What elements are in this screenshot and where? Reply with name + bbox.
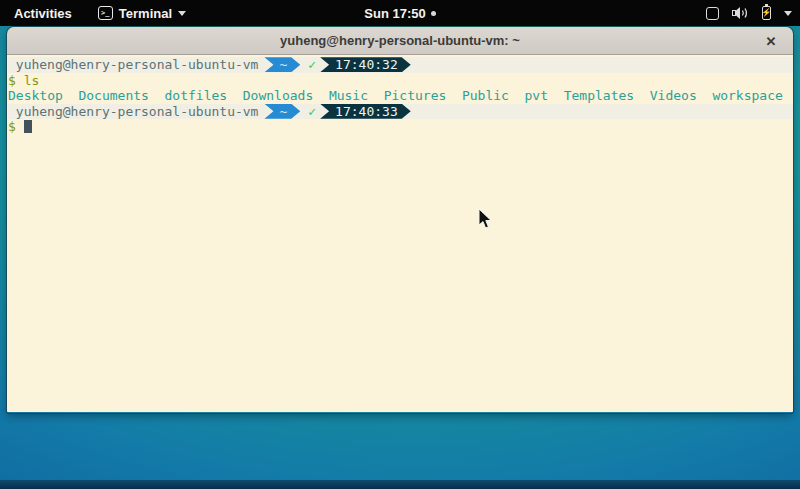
status-check-icon: ✓ — [308, 104, 316, 120]
chevron-down-icon — [784, 11, 792, 16]
status-check-icon: ✓ — [308, 57, 316, 73]
window-titlebar[interactable]: yuheng@henry-personal-ubuntu-vm: ~ ✕ — [7, 27, 793, 55]
user-host-text: yuheng@henry-personal-ubuntu-vm — [8, 57, 258, 73]
shell-prompt: $ — [8, 119, 16, 135]
cwd-segment: ~ — [264, 104, 300, 119]
clock-label: Sun 17:50 — [364, 6, 425, 21]
wallpaper-bottom-shade — [0, 480, 800, 489]
activities-button[interactable]: Activities — [10, 6, 76, 21]
close-button[interactable]: ✕ — [759, 27, 783, 55]
window-title: yuheng@henry-personal-ubuntu-vm: ~ — [280, 33, 520, 48]
ls-output-line: Desktop Documents dotfiles Downloads Mus… — [8, 88, 793, 104]
directory-name: Music — [329, 88, 368, 104]
volume-icon — [732, 6, 749, 20]
terminal-window: yuheng@henry-personal-ubuntu-vm: ~ ✕ yuh… — [7, 27, 793, 413]
battery-charging-icon: ⚡ — [762, 6, 771, 20]
directory-name: dotfiles — [165, 88, 228, 104]
cwd-segment: ~ — [264, 57, 300, 72]
text-cursor — [24, 120, 32, 133]
terminal-icon: >_ — [98, 6, 113, 20]
screen-icon — [706, 7, 719, 20]
terminal-content[interactable]: yuheng@henry-personal-ubuntu-vm ~ ✓ 17:4… — [7, 55, 793, 412]
chevron-down-icon — [178, 11, 186, 16]
time-segment: 17:40:32 — [320, 57, 411, 72]
command-text: ls — [24, 73, 40, 89]
directory-name: workspace — [712, 88, 782, 104]
user-host-text: yuheng@henry-personal-ubuntu-vm — [8, 104, 258, 120]
notification-dot-icon — [431, 11, 436, 16]
system-tray-menu[interactable]: ⚡ — [706, 0, 792, 26]
command-line: $ ls — [8, 73, 793, 89]
shell-prompt: $ — [8, 73, 16, 89]
directory-name: pvt — [525, 88, 548, 104]
current-input-line[interactable]: $ — [8, 119, 793, 135]
prompt-line-2: yuheng@henry-personal-ubuntu-vm ~ ✓ 17:4… — [8, 104, 793, 120]
top-bar: Activities >_ Terminal Sun 17:50 ⚡ — [0, 0, 800, 26]
directory-name: Templates — [564, 88, 634, 104]
time-segment: 17:40:33 — [320, 104, 411, 119]
directory-name: Pictures — [384, 88, 447, 104]
directory-name: Public — [462, 88, 509, 104]
app-menu-label: Terminal — [119, 6, 172, 21]
clock-button[interactable]: Sun 17:50 — [364, 6, 435, 21]
directory-name: Videos — [650, 88, 697, 104]
directory-name: Desktop — [8, 88, 63, 104]
directory-name: Downloads — [243, 88, 313, 104]
directory-name: Documents — [78, 88, 148, 104]
app-menu-terminal[interactable]: >_ Terminal — [98, 6, 186, 21]
prompt-line-1: yuheng@henry-personal-ubuntu-vm ~ ✓ 17:4… — [8, 57, 793, 73]
